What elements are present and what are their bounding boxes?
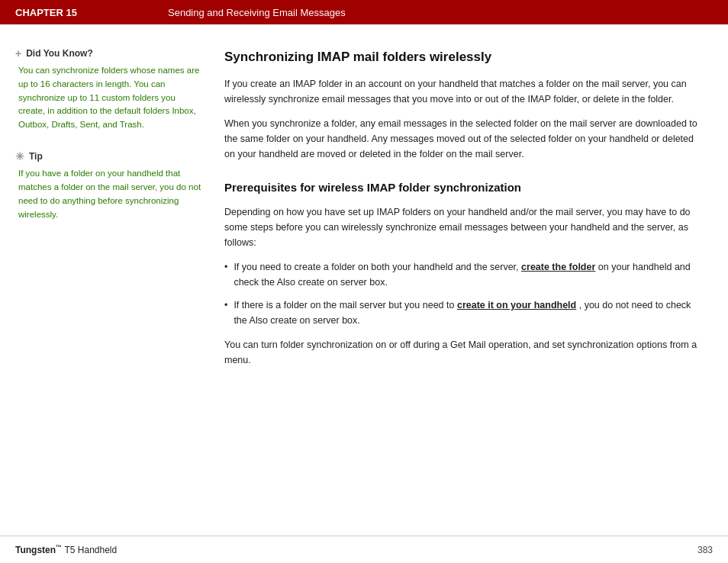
bullet-item-1: If you need to create a folder on both y… <box>224 259 705 290</box>
tip-heading: ✳ Tip <box>15 150 201 162</box>
chapter-label: CHAPTER 15 <box>15 7 168 18</box>
did-you-know-label: Did You Know? <box>26 48 93 59</box>
did-you-know-section: + Did You Know? You can synchronize fold… <box>15 47 201 132</box>
page-number: 383 <box>697 545 713 555</box>
footer-model: T5 <box>64 545 77 555</box>
tip-label: Tip <box>29 151 43 162</box>
tip-section: ✳ Tip If you have a folder on your handh… <box>15 150 201 221</box>
bullet2-content: If there is a folder on the mail server … <box>234 298 705 328</box>
page-header: CHAPTER 15 Sending and Receiving Email M… <box>0 0 728 24</box>
brand-name: Tungsten™ <box>15 545 64 555</box>
plus-icon: + <box>15 47 21 60</box>
asterisk-icon: ✳ <box>15 150 24 162</box>
bullet-list: If you need to create a folder on both y… <box>224 259 705 328</box>
bullet-item-2: If there is a folder on the mail server … <box>224 298 705 328</box>
did-you-know-heading: + Did You Know? <box>15 47 201 60</box>
tip-body: If you have a folder on your handheld th… <box>15 167 201 221</box>
did-you-know-body: You can synchronize folders whose names … <box>15 64 201 132</box>
sidebar: + Did You Know? You can synchronize fold… <box>0 24 217 536</box>
bullet1-link[interactable]: create the folder <box>521 262 595 272</box>
chapter-title: Sending and Receiving Email Messages <box>168 7 346 18</box>
bullet1-content: If you need to create a folder on both y… <box>234 259 705 290</box>
section1-para1: If you create an IMAP folder in an accou… <box>224 76 705 107</box>
bullet2-text: If there is a folder on the mail server … <box>234 300 454 310</box>
section2-title: Prerequisites for wireless IMAP folder s… <box>224 179 705 196</box>
section2-intro: Depending on how you have set up IMAP fo… <box>224 204 705 250</box>
footer-type: Handheld <box>78 545 117 555</box>
page-footer: Tungsten™ T5 Handheld 383 <box>0 536 728 563</box>
section2-outro: You can turn folder synchronization on o… <box>224 337 705 368</box>
main-content: Synchronizing IMAP mail folders wireless… <box>217 24 728 536</box>
bullet2-link[interactable]: create it on your handheld <box>457 300 576 310</box>
section1-para2: When you synchronize a folder, any email… <box>224 116 705 162</box>
bullet1-text: If you need to create a folder on both y… <box>234 262 518 272</box>
section1-title: Synchronizing IMAP mail folders wireless… <box>224 47 705 67</box>
footer-text: Tungsten™ T5 Handheld <box>15 544 117 555</box>
content-area: + Did You Know? You can synchronize fold… <box>0 24 728 536</box>
